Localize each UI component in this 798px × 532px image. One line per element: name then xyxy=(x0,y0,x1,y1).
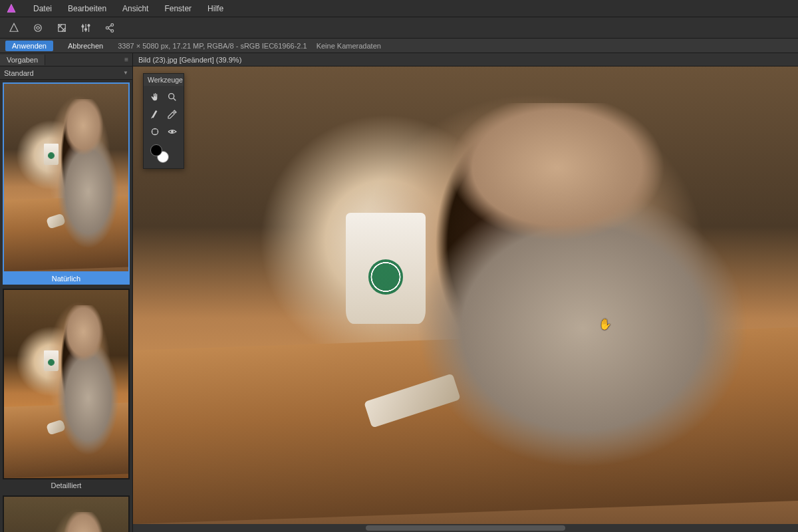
svg-point-8 xyxy=(169,94,174,99)
preset-group-value: Standard xyxy=(4,69,120,77)
svg-point-9 xyxy=(152,128,158,134)
color-swatches[interactable] xyxy=(144,143,184,164)
preset-thumb xyxy=(3,82,130,273)
preset-label: Detailliert xyxy=(3,479,130,491)
persona-liquify-icon[interactable] xyxy=(31,21,45,35)
panel-menu-icon[interactable]: ≡ xyxy=(120,56,132,63)
horizontal-scrollbar[interactable] xyxy=(133,524,798,532)
redeye-tool-icon[interactable] xyxy=(165,124,180,139)
persona-photo-icon[interactable] xyxy=(7,21,21,35)
preset-label: Natürlich xyxy=(3,273,130,285)
chevron-down-icon: ▼ xyxy=(123,70,128,76)
tools-palette[interactable]: Werkzeuge xyxy=(143,73,184,169)
preset-list[interactable]: Natürlich Detailliert xyxy=(0,80,132,532)
app-logo-icon[interactable] xyxy=(5,3,17,15)
svg-point-3 xyxy=(85,28,87,30)
foreground-color-swatch[interactable] xyxy=(150,144,162,156)
crop-tool-icon[interactable] xyxy=(148,124,162,139)
menu-bearbeiten[interactable]: Bearbeiten xyxy=(61,1,113,16)
preset-thumb xyxy=(3,289,130,479)
persona-export-icon[interactable] xyxy=(102,21,117,35)
eyedropper-tool-icon[interactable] xyxy=(165,107,180,122)
preset-thumb xyxy=(3,495,130,532)
apply-button[interactable]: Anwenden xyxy=(5,41,53,51)
panel-tabstrip: Vorgaben ≡ xyxy=(0,53,132,66)
zoom-tool-icon[interactable] xyxy=(165,90,180,104)
image-dimensions-label: 3387 × 5080 px, 17.21 MP, RGBA/8 - sRGB … xyxy=(118,42,307,50)
menu-ansicht[interactable]: Ansicht xyxy=(116,1,155,16)
menu-datei[interactable]: Datei xyxy=(27,1,59,16)
white-balance-tool-icon[interactable] xyxy=(148,107,162,122)
persona-tonemap-icon[interactable] xyxy=(55,21,69,35)
camera-data-label: Keine Kameradaten xyxy=(317,42,381,50)
hand-tool-icon[interactable] xyxy=(148,90,162,104)
presets-panel: Vorgaben ≡ Standard ▼ Natürlich Detailli… xyxy=(0,53,133,532)
menu-hilfe[interactable]: Hilfe xyxy=(201,1,230,16)
persona-develop-icon[interactable] xyxy=(78,21,93,35)
preset-item-3[interactable] xyxy=(3,495,130,532)
tools-grid xyxy=(144,86,184,143)
svg-point-2 xyxy=(82,25,84,27)
menubar: Datei Bearbeiten Ansicht Fenster Hilfe xyxy=(0,0,798,17)
document-tab[interactable]: Bild (23).jpg [Geändert] (39.9%) xyxy=(133,53,798,66)
document-tab-title: Bild (23).jpg [Geändert] (39.9%) xyxy=(138,56,241,64)
persona-toolbar xyxy=(0,17,798,39)
tools-palette-title: Werkzeuge xyxy=(144,74,184,86)
canvas-area: Bild (23).jpg [Geändert] (39.9%) ✋ Werkz… xyxy=(133,53,798,532)
menu-fenster[interactable]: Fenster xyxy=(158,1,198,16)
svg-point-4 xyxy=(88,24,90,26)
cancel-button[interactable]: Abbrechen xyxy=(63,41,108,51)
develop-infobar: Anwenden Abbrechen 3387 × 5080 px, 17.21… xyxy=(0,39,798,53)
preset-group-dropdown[interactable]: Standard ▼ xyxy=(0,66,132,80)
tab-vorgaben[interactable]: Vorgaben xyxy=(0,55,45,65)
svg-point-10 xyxy=(172,131,174,133)
scrollbar-thumb[interactable] xyxy=(366,525,565,531)
canvas-viewport[interactable]: ✋ Werkzeuge xyxy=(133,66,798,524)
preset-item-detailliert[interactable]: Detailliert xyxy=(3,289,130,491)
canvas-image[interactable]: ✋ xyxy=(133,66,798,524)
main-split: Vorgaben ≡ Standard ▼ Natürlich Detailli… xyxy=(0,53,798,532)
preset-item-natuerlich[interactable]: Natürlich xyxy=(3,82,130,285)
